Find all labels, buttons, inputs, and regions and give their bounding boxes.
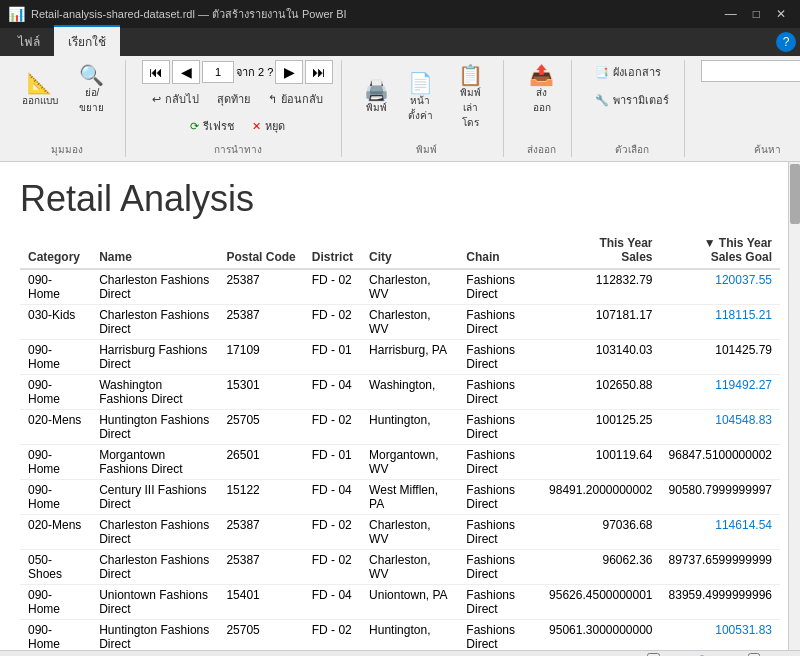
scrollbar[interactable] <box>788 162 800 650</box>
page-setup-icon: 📄 <box>408 73 433 93</box>
prev-page-button[interactable]: ◀ <box>172 60 200 84</box>
cell-thisyear: 95061.3000000000 <box>541 620 660 651</box>
cell-postal: 17109 <box>218 340 303 375</box>
cell-postal: 15401 <box>218 585 303 620</box>
undo-button[interactable]: ↰ ย้อนกลับ <box>261 87 330 111</box>
zoom-out-button[interactable]: − <box>647 653 659 657</box>
table-row: 020-Mens Charleston Fashions Direct 2538… <box>20 515 780 550</box>
stop-icon: ✕ <box>252 120 261 133</box>
cell-category: 090-Home <box>20 585 91 620</box>
cell-goal: 120037.55 <box>661 269 780 305</box>
cell-goal: 101425.79 <box>661 340 780 375</box>
cell-thisyear: 102650.88 <box>541 375 660 410</box>
col-header-postal: Postal Code <box>218 232 303 269</box>
window-controls: — □ ✕ <box>719 5 792 23</box>
cell-name: Charleston Fashions Direct <box>91 305 218 340</box>
cell-city: Charleston, WV <box>361 269 458 305</box>
undo-icon: ↰ <box>268 93 277 106</box>
cell-chain: Fashions Direct <box>458 375 541 410</box>
table-row: 090-Home Harrisburg Fashions Direct 1710… <box>20 340 780 375</box>
status-bar: − + 100% <box>0 650 800 656</box>
cell-goal: 100531.83 <box>661 620 780 651</box>
search-input[interactable] <box>701 60 800 82</box>
cell-category: 020-Mens <box>20 515 91 550</box>
zoom-button[interactable]: 🔍 ย่อ/ขยาย <box>67 60 117 120</box>
cell-district: FD - 01 <box>304 445 361 480</box>
zoom-in-button[interactable]: + <box>748 653 760 657</box>
table-header-row: Category Name Postal Code District City … <box>20 232 780 269</box>
close-button[interactable]: ✕ <box>770 5 792 23</box>
help-button[interactable]: ? <box>776 32 796 52</box>
next-page-button[interactable]: ▶ <box>275 60 303 84</box>
ribbon-group-search: 🔍 ค้นหา <box>693 60 800 157</box>
cell-district: FD - 02 <box>304 620 361 651</box>
cell-category: 090-Home <box>20 269 91 305</box>
cell-chain: Fashions Direct <box>458 550 541 585</box>
cell-postal: 25387 <box>218 550 303 585</box>
doc-map-button[interactable]: 📑 ผังเอกสาร <box>588 60 668 84</box>
data-table: Category Name Postal Code District City … <box>20 232 780 650</box>
print-button[interactable]: 🖨️ พิมพ์ <box>358 75 394 120</box>
back-icon: ↩ <box>152 93 161 106</box>
maximize-button[interactable]: □ <box>747 5 766 23</box>
cell-district: FD - 02 <box>304 515 361 550</box>
app-icon: 📊 <box>8 6 25 22</box>
print-page-button[interactable]: 📋 พิมพ์เล่าโดร <box>447 60 496 135</box>
cell-city: Huntington, <box>361 620 458 651</box>
print-icon: 🖨️ <box>364 80 389 100</box>
page-of-label: จาก 2 ? <box>236 63 273 81</box>
back-button[interactable]: ↩ กลับไป <box>145 87 206 111</box>
cell-city: Washington, <box>361 375 458 410</box>
last-button[interactable]: สุดท้าย <box>210 87 257 111</box>
cell-category: 030-Kids <box>20 305 91 340</box>
cell-city: Harrisburg, PA <box>361 340 458 375</box>
cell-category: 090-Home <box>20 480 91 515</box>
cell-name: Harrisburg Fashions Direct <box>91 340 218 375</box>
cell-goal: 90580.7999999997 <box>661 480 780 515</box>
tab-run[interactable]: เรียกใช้ <box>54 25 120 56</box>
cell-thisyear: 95626.4500000001 <box>541 585 660 620</box>
col-header-category: Category <box>20 232 91 269</box>
first-page-button[interactable]: ⏮ <box>142 60 170 84</box>
cell-goal: 114614.54 <box>661 515 780 550</box>
cell-city: Charleston, WV <box>361 550 458 585</box>
cell-name: Charleston Fashions Direct <box>91 550 218 585</box>
doc-map-icon: 📑 <box>595 66 609 79</box>
cell-district: FD - 02 <box>304 550 361 585</box>
cell-chain: Fashions Direct <box>458 305 541 340</box>
refresh-button[interactable]: ⟳ รีเฟรช <box>183 114 241 138</box>
cell-name: Uniontown Fashions Direct <box>91 585 218 620</box>
cell-district: FD - 02 <box>304 305 361 340</box>
cell-name: Huntington Fashions Direct <box>91 410 218 445</box>
cell-chain: Fashions Direct <box>458 480 541 515</box>
cell-district: FD - 02 <box>304 410 361 445</box>
cell-goal: 89737.6599999999 <box>661 550 780 585</box>
col-header-chain: Chain <box>458 232 541 269</box>
cell-name: Charleston Fashions Direct <box>91 515 218 550</box>
page-number-input[interactable] <box>202 61 234 83</box>
cell-city: Huntington, <box>361 410 458 445</box>
params-button[interactable]: 🔧 พารามิเตอร์ <box>588 88 676 112</box>
tab-file[interactable]: ไฟล์ <box>4 25 54 56</box>
export-icon: 📤 <box>529 65 554 85</box>
page-setup-button[interactable]: 📄 หน้าตั้งค่า <box>398 68 442 128</box>
last-page-button[interactable]: ⏭ <box>305 60 333 84</box>
cell-postal: 25387 <box>218 515 303 550</box>
cell-chain: Fashions Direct <box>458 515 541 550</box>
ribbon: 📐 ออกแบบ 🔍 ย่อ/ขยาย มุมมอง ⏮ ◀ จาก 2 ? ▶… <box>0 56 800 162</box>
col-header-district: District <box>304 232 361 269</box>
cell-district: FD - 04 <box>304 585 361 620</box>
cell-chain: Fashions Direct <box>458 585 541 620</box>
cell-postal: 25705 <box>218 410 303 445</box>
design-button[interactable]: 📐 ออกแบบ <box>16 68 63 113</box>
cell-postal: 15301 <box>218 375 303 410</box>
cell-goal: 96847.5100000002 <box>661 445 780 480</box>
minimize-button[interactable]: — <box>719 5 743 23</box>
col-header-city: City <box>361 232 458 269</box>
export-button[interactable]: 📤 ส่งออก <box>520 60 563 120</box>
cell-name: Huntington Fashions Direct <box>91 620 218 651</box>
scrollbar-thumb[interactable] <box>790 164 800 224</box>
cell-name: Washington Fashions Direct <box>91 375 218 410</box>
stop-button[interactable]: ✕ หยุด <box>245 114 292 138</box>
table-row: 090-Home Huntington Fashions Direct 2570… <box>20 620 780 651</box>
